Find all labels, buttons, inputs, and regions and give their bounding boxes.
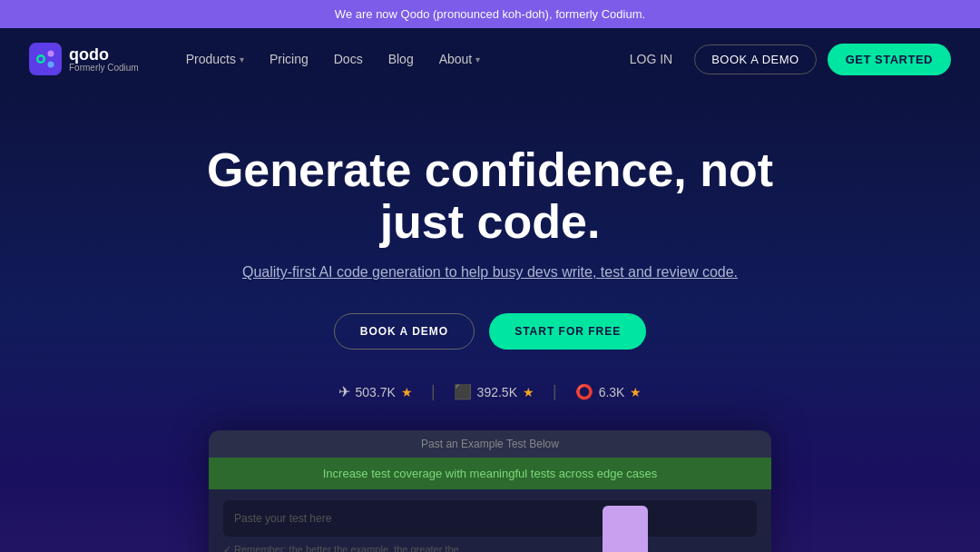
logo-text: qodo Formerly Codium [69,46,139,73]
nav-pricing[interactable]: Pricing [259,44,319,74]
nav-right: LOG IN BOOK A DEMO GET STARTED [619,44,951,75]
nav-products[interactable]: Products ▾ [175,44,255,74]
sidebar-preview: Meaningful [603,506,648,552]
preview-hint: ✓ Remember: the better the example, the … [223,544,757,552]
stat-jetbrains: ⬛ 392.5K ★ [454,383,534,400]
logo-name: qodo [69,46,139,63]
hero-start-free-button[interactable]: START FOR FREE [489,313,646,350]
stat1-star-icon: ★ [401,385,413,399]
nav-blog[interactable]: Blog [377,44,425,74]
vscode-icon: ✈ [338,383,350,400]
svg-point-2 [39,57,44,62]
stat3-value: 6.3K [599,385,625,399]
subtitle-after: and review code. [624,264,738,280]
stat-vscode: ✈ 503.7K ★ [338,383,413,400]
nav-about[interactable]: About ▾ [428,44,492,74]
preview-green-bar: Increase test coverage with meaningful t… [209,458,771,489]
stats-row: ✈ 503.7K ★ | ⬛ 392.5K ★ | ⭕ 6.3K ★ [338,382,642,401]
preview-input[interactable]: Paste your test here [223,500,757,537]
product-preview: Past an Example Test Below Increase test… [209,430,771,552]
stat-github: ⭕ 6.3K ★ [575,383,642,400]
get-started-button[interactable]: GET STARTED [828,44,951,75]
login-button[interactable]: LOG IN [619,44,683,74]
svg-point-3 [48,51,54,57]
stat1-value: 503.7K [356,385,396,399]
logo-icon [29,43,62,75]
stat2-star-icon: ★ [523,385,534,399]
announcement-banner: We are now Qodo (pronounced koh-doh), fo… [0,0,980,28]
subtitle-before: Quality-first AI code generation to help… [242,264,601,280]
navbar: qodo Formerly Codium Products ▾ Pricing … [0,28,980,90]
hero-subtitle: Quality-first AI code generation to help… [242,264,738,281]
banner-text: We are now Qodo (pronounced koh-doh), fo… [335,7,645,21]
stat-divider-1: | [431,382,436,401]
hero-book-demo-button[interactable]: BOOK A DEMO [334,313,475,350]
jetbrains-icon: ⬛ [454,383,472,400]
stat2-value: 392.5K [477,385,517,399]
book-demo-button[interactable]: BOOK A DEMO [694,44,817,74]
products-chevron-icon: ▾ [240,54,244,64]
nav-docs[interactable]: Docs [323,44,374,74]
stat-divider-2: | [553,382,557,401]
stat3-star-icon: ★ [630,385,642,399]
preview-input-placeholder: Paste your test here [234,512,331,525]
nav-links: Products ▾ Pricing Docs Blog About ▾ [175,44,619,74]
logo[interactable]: qodo Formerly Codium [29,43,139,75]
logo-tagline: Formerly Codium [69,63,139,73]
hero-cta: BOOK A DEMO START FOR FREE [334,313,647,350]
hero-title: Generate confidence, not just code. [172,144,808,248]
preview-content: Paste your test here ✓ Remember: the bet… [209,489,771,552]
about-chevron-icon: ▾ [475,54,480,64]
hero-section: Generate confidence, not just code. Qual… [0,90,980,552]
github-icon: ⭕ [575,383,593,400]
svg-point-4 [48,62,54,68]
subtitle-underline: test [601,264,624,280]
preview-top-bar: Past an Example Test Below [209,430,771,458]
